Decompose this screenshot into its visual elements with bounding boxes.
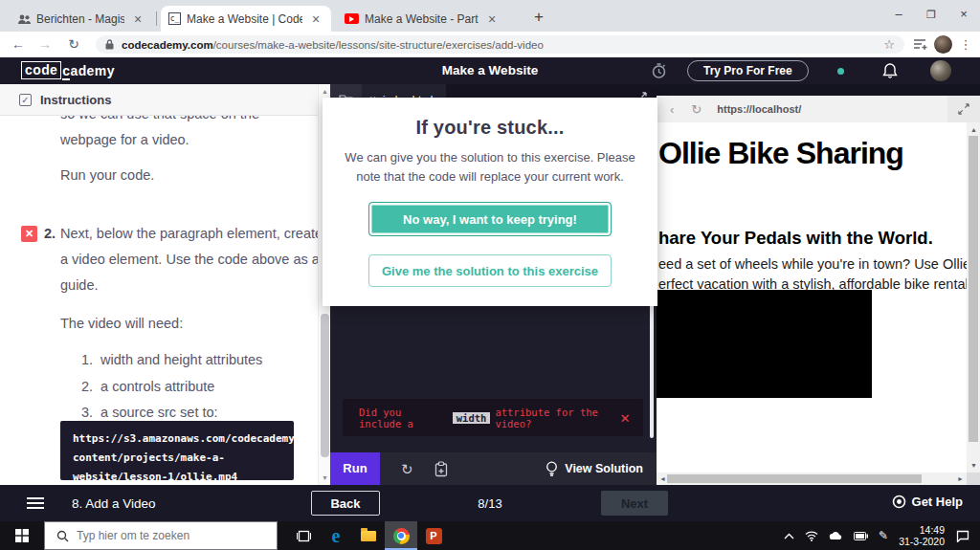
- video-needs-label: The video will need:: [60, 311, 183, 337]
- windows-ink-pen-icon[interactable]: ✎: [879, 530, 888, 541]
- feedback-text: Did you include a: [359, 407, 448, 429]
- stuck-modal: If you're stuck... We can give you the s…: [323, 98, 657, 306]
- browser-tab-magister[interactable]: Berichten - Magister ×: [10, 6, 153, 32]
- copy-clipboard-icon[interactable]: [434, 461, 449, 477]
- scrollbar-thumb[interactable]: [667, 474, 922, 483]
- preview-refresh-icon[interactable]: ↻: [691, 102, 702, 117]
- taskbar-clock[interactable]: 14:49 31-3-2020: [899, 524, 945, 547]
- next-button[interactable]: Next: [601, 491, 668, 516]
- edge-app[interactable]: e: [320, 521, 352, 550]
- run-bar: Run ↻ View Solution: [330, 452, 657, 485]
- modal-body: We can give you the solution to this exe…: [341, 148, 639, 187]
- scroll-up-icon[interactable]: ▲: [970, 126, 977, 133]
- list-item: 2.a controls attribute: [81, 374, 321, 400]
- tab-close-icon[interactable]: ×: [308, 12, 323, 26]
- codecademy-favicon: c_: [168, 12, 181, 25]
- scrollbar-corner: [967, 473, 980, 485]
- clock-time: 14:49: [899, 524, 945, 536]
- life-ring-icon: [892, 495, 906, 509]
- preview-back-icon[interactable]: ‹: [670, 102, 674, 117]
- action-center-icon[interactable]: [956, 530, 969, 542]
- view-solution-button[interactable]: View Solution: [546, 461, 643, 477]
- tab-title: Berichten - Magister: [36, 12, 124, 26]
- tab-close-icon[interactable]: ×: [484, 12, 500, 26]
- preview-expand-button[interactable]: [947, 96, 980, 122]
- expand-icon: [958, 103, 969, 115]
- feedback-close-icon[interactable]: ✕: [620, 408, 630, 427]
- star-icon[interactable]: ☆: [883, 37, 895, 52]
- run-your-code-text: Run your code.: [60, 163, 154, 188]
- preview-horizontal-scrollbar[interactable]: ◄ ►: [657, 473, 967, 485]
- folder-icon: [361, 531, 376, 541]
- new-tab-button[interactable]: +: [526, 7, 551, 28]
- url-domain: codecademy.com: [122, 39, 213, 51]
- scroll-down-icon[interactable]: ▼: [319, 474, 330, 481]
- youtube-favicon: [345, 13, 359, 24]
- keep-trying-button[interactable]: No way, I want to keep trying!: [368, 202, 612, 236]
- browser-tab-youtube[interactable]: Make a Website - Part 3 Video E ×: [337, 6, 507, 32]
- feedback-error-box: Did you include a width attribute for th…: [343, 399, 643, 436]
- view-solution-label: View Solution: [565, 462, 643, 475]
- powerpoint-icon: P: [426, 528, 442, 544]
- address-bar[interactable]: codecademy.com/courses/make-a-website/le…: [96, 35, 904, 54]
- hidden-icons-chevron-icon[interactable]: [784, 533, 794, 539]
- streak-dot-icon: [837, 68, 844, 75]
- give-solution-button[interactable]: Give me the solution to this exercise: [368, 254, 612, 287]
- start-button[interactable]: [0, 521, 44, 550]
- course-title: Make a Website: [0, 63, 980, 77]
- list-item: 1.width and height attributes: [81, 347, 321, 373]
- timer-icon[interactable]: [651, 62, 667, 79]
- chrome-app[interactable]: [385, 521, 417, 550]
- video-placeholder: [657, 290, 872, 398]
- tab-title: Make a Website | Codecademy: [187, 12, 302, 26]
- tab-title: Make a Website - Part 3 Video E: [365, 12, 479, 26]
- try-pro-button[interactable]: Try Pro For Free: [687, 60, 809, 81]
- browser-tab-codecademy[interactable]: c_ Make a Website | Codecademy ×: [161, 6, 331, 32]
- refresh-icon[interactable]: ↻: [63, 34, 84, 54]
- reading-list-icon[interactable]: [911, 35, 928, 53]
- scroll-down-icon[interactable]: ▼: [970, 462, 977, 469]
- bell-icon[interactable]: [882, 62, 898, 79]
- taskbar-search[interactable]: [44, 521, 278, 550]
- scroll-up-icon[interactable]: ▲: [319, 88, 330, 95]
- scroll-left-icon[interactable]: ◄: [659, 475, 666, 482]
- browser-preview-panel: ‹ ↻ https://localhost/ Ollie Bike Sharin…: [657, 96, 980, 485]
- url-code-block: https://s3.amazonaws.com/codecademy- con…: [60, 421, 294, 480]
- scrollbar-thumb[interactable]: [969, 136, 978, 442]
- preview-url: https://localhost/: [717, 103, 801, 115]
- close-icon[interactable]: ×: [947, 0, 980, 29]
- task-view-icon: [297, 530, 311, 542]
- task-view-button[interactable]: [287, 521, 320, 550]
- codecademy-header: codecademy Make a Website Try Pro For Fr…: [0, 57, 980, 84]
- preview-subheading: hare Your Pedals with the World.: [658, 228, 933, 249]
- file-explorer-app[interactable]: [352, 521, 385, 550]
- scroll-right-icon[interactable]: ►: [957, 475, 964, 482]
- tab-close-icon[interactable]: ×: [130, 12, 145, 26]
- forward-icon[interactable]: →: [34, 34, 56, 54]
- scrollbar-thumb[interactable]: [321, 314, 329, 457]
- windows-icon: [15, 529, 29, 542]
- instructions-header[interactable]: ✓ Instructions: [0, 84, 318, 116]
- onedrive-cloud-icon[interactable]: [829, 531, 843, 540]
- preview-paragraph-line: eed a set of wheels while you're in town…: [658, 256, 967, 272]
- browser-avatar[interactable]: [934, 35, 952, 54]
- browser-toolbar: ← → ↻ codecademy.com/courses/make-a-webs…: [0, 32, 980, 57]
- powerpoint-app[interactable]: P: [417, 521, 450, 550]
- reset-icon[interactable]: ↻: [401, 462, 413, 476]
- user-avatar[interactable]: [930, 60, 951, 81]
- wifi-icon[interactable]: [805, 531, 818, 541]
- get-help-button[interactable]: Get Help: [892, 495, 963, 509]
- back-icon[interactable]: ←: [8, 34, 29, 54]
- minimize-icon[interactable]: –: [882, 0, 915, 29]
- run-button[interactable]: Run: [330, 452, 380, 485]
- preview-vertical-scrollbar[interactable]: ▲ ▼: [967, 122, 980, 473]
- maximize-icon[interactable]: ❐: [915, 0, 947, 29]
- url-text: codecademy.com/courses/make-a-website/le…: [122, 39, 883, 51]
- battery-icon[interactable]: [854, 532, 868, 540]
- url-path: /courses/make-a-website/lessons/site-str…: [213, 39, 544, 51]
- checkbox-icon: ✓: [19, 94, 32, 106]
- browser-menu-icon[interactable]: ⋮: [959, 35, 972, 54]
- browser-tab-strip: Berichten - Magister × c_ Make a Website…: [0, 0, 980, 32]
- edge-icon: e: [332, 525, 341, 547]
- search-input[interactable]: [77, 529, 249, 542]
